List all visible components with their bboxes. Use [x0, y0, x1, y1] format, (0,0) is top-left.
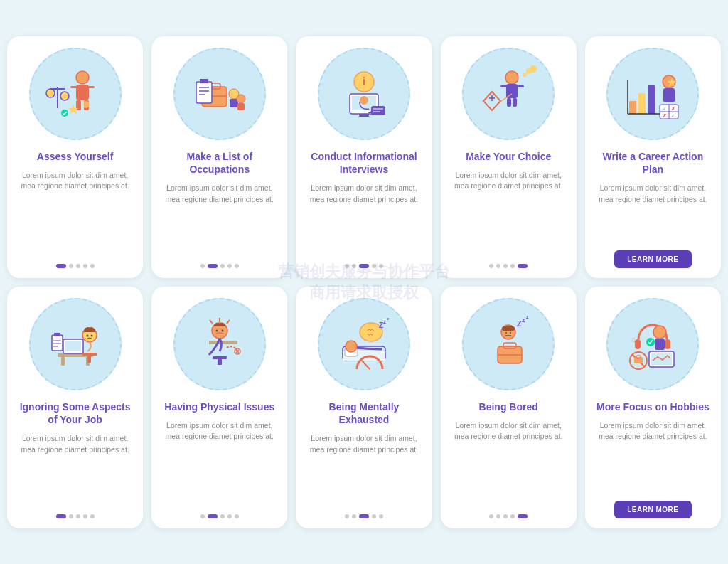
card-body-bored: Lorem ipsum dolor sit dim amet, mea regi… — [451, 420, 567, 506]
svg-line-98 — [362, 361, 370, 369]
card-body-ignoring: Lorem ipsum dolor sit dim amet, mea regi… — [17, 433, 133, 506]
icon-assess-yourself — [29, 48, 122, 140]
svg-point-30 — [360, 96, 368, 105]
card-body-list: Lorem ipsum dolor sit dim amet, mea regi… — [161, 183, 277, 255]
card-title-choice: Make Your Choice — [466, 150, 551, 163]
svg-point-93 — [346, 341, 357, 352]
svg-point-75 — [90, 334, 92, 336]
dot — [503, 264, 508, 268]
svg-text:♪: ♪ — [637, 324, 642, 336]
svg-rect-49 — [638, 93, 646, 114]
svg-text:✗: ✗ — [671, 106, 675, 111]
learn-more-button-hobbies[interactable]: LEARN MORE — [614, 501, 691, 518]
dot — [496, 514, 500, 518]
svg-rect-38 — [518, 85, 524, 87]
icon-make-choice — [462, 48, 555, 140]
icon-ignoring — [29, 298, 122, 390]
card-write-plan: ✓ ✗ ✗ ✓ Write a Career Action Plan Lorem… — [585, 36, 721, 278]
dot — [372, 264, 376, 268]
dot — [496, 264, 500, 268]
svg-rect-120 — [634, 357, 643, 363]
svg-rect-40 — [513, 98, 517, 107]
dot — [56, 264, 66, 268]
card-body-choice: Lorem ipsum dolor sit dim amet, mea regi… — [451, 170, 567, 255]
dots-assess — [56, 264, 95, 268]
dot — [372, 514, 376, 518]
dot — [518, 514, 528, 518]
svg-rect-17 — [200, 79, 208, 83]
card-title-bored: Being Bored — [479, 400, 538, 413]
card-body-plan: Lorem ipsum dolor sit dim amet, mea regi… — [595, 183, 711, 242]
svg-text:z: z — [383, 319, 386, 325]
card-grid: Assess Yourself Lorem ipsum dolor sit di… — [7, 36, 721, 528]
svg-point-45 — [523, 73, 527, 77]
svg-text:Z: Z — [517, 319, 522, 328]
icon-make-list — [173, 48, 266, 140]
svg-rect-111 — [665, 339, 670, 349]
dots-exhausted — [345, 514, 383, 518]
svg-rect-77 — [87, 356, 91, 363]
card-title-list: Make a List of Occupations — [161, 150, 277, 176]
svg-line-79 — [227, 320, 230, 324]
dot — [379, 514, 383, 518]
svg-rect-1 — [76, 85, 89, 100]
dot — [510, 264, 515, 268]
dot — [208, 264, 218, 268]
dot — [228, 514, 232, 518]
svg-point-9 — [60, 92, 69, 100]
card-physical: Having Physical Issues Lorem ipsum dolor… — [151, 287, 287, 528]
dot — [352, 514, 356, 518]
card-title-exhausted: Being Mentally Exhausted — [306, 400, 422, 426]
dot — [359, 264, 369, 268]
dot — [69, 514, 73, 518]
icon-write-plan: ✓ ✗ ✗ ✓ — [606, 48, 699, 140]
dots-bored — [489, 514, 528, 518]
svg-rect-68 — [52, 335, 63, 351]
icon-bored: Z z z — [462, 298, 555, 390]
dot — [345, 264, 349, 268]
svg-point-35 — [505, 71, 518, 84]
icon-physical — [173, 298, 266, 390]
svg-text:z: z — [522, 316, 525, 324]
svg-rect-76 — [82, 353, 97, 356]
svg-rect-2 — [70, 86, 77, 88]
dot — [503, 514, 508, 518]
svg-text:♫: ♫ — [631, 336, 636, 344]
dot — [76, 514, 80, 518]
svg-text:✓: ✓ — [663, 106, 667, 111]
icon-interviews: i — [318, 48, 410, 140]
card-body-physical: Lorem ipsum dolor sit dim amet, mea regi… — [161, 420, 277, 506]
svg-point-83 — [221, 329, 223, 331]
svg-point-47 — [530, 65, 537, 73]
svg-rect-84 — [209, 341, 237, 344]
dot — [352, 264, 356, 268]
card-hobbies: ♪ ♫ More Focus on Hobbies Lorem ipsum do… — [585, 287, 721, 528]
card-make-list: Make a List of Occupations Lorem ipsum d… — [151, 36, 287, 278]
card-assess-yourself: Assess Yourself Lorem ipsum dolor sit di… — [7, 36, 143, 278]
dot — [200, 264, 205, 268]
dot — [345, 514, 349, 518]
card-body-exhausted: Lorem ipsum dolor sit dim amet, mea regi… — [306, 433, 422, 506]
svg-rect-113 — [655, 339, 665, 350]
dot — [200, 514, 205, 518]
svg-point-0 — [76, 71, 89, 84]
svg-text:✗: ✗ — [663, 113, 667, 118]
svg-rect-89 — [218, 359, 222, 365]
dot — [235, 514, 239, 518]
dot — [489, 264, 493, 268]
dot — [83, 514, 87, 518]
learn-more-button-plan[interactable]: LEARN MORE — [614, 250, 691, 268]
card-make-choice: Make Your Choice Lorem ipsum dolor sit d… — [441, 36, 577, 278]
svg-rect-3 — [87, 86, 95, 88]
svg-rect-37 — [500, 85, 507, 87]
svg-rect-16 — [196, 82, 212, 103]
svg-rect-31 — [371, 106, 385, 115]
card-title-hobbies: More Focus on Hobbies — [596, 400, 710, 413]
svg-point-112 — [653, 326, 666, 339]
dot — [379, 264, 383, 268]
card-ignoring: Ignoring Some Aspects of Your Job Lorem … — [7, 287, 143, 528]
svg-text:z: z — [526, 314, 529, 319]
svg-rect-24 — [237, 103, 245, 110]
card-body-assess: Lorem ipsum dolor sit dim amet, mea regi… — [17, 170, 133, 255]
dots-list — [200, 264, 239, 268]
